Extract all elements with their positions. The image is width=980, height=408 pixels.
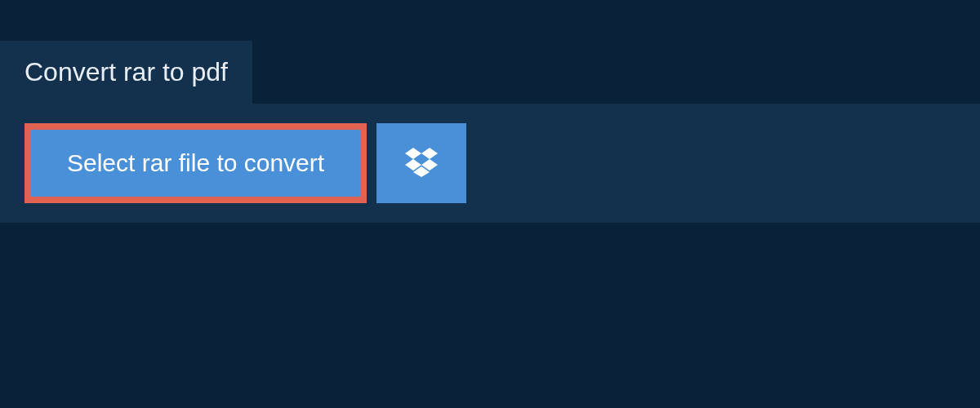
button-row: Select rar file to convert [24, 123, 956, 203]
page-title: Convert rar to pdf [24, 57, 228, 87]
dropbox-icon [405, 148, 438, 180]
dropbox-button[interactable] [376, 123, 466, 203]
select-file-button[interactable]: Select rar file to convert [24, 123, 367, 203]
action-panel: Select rar file to convert [0, 104, 980, 223]
tab-header: Convert rar to pdf [0, 41, 252, 104]
select-file-label: Select rar file to convert [67, 149, 324, 177]
